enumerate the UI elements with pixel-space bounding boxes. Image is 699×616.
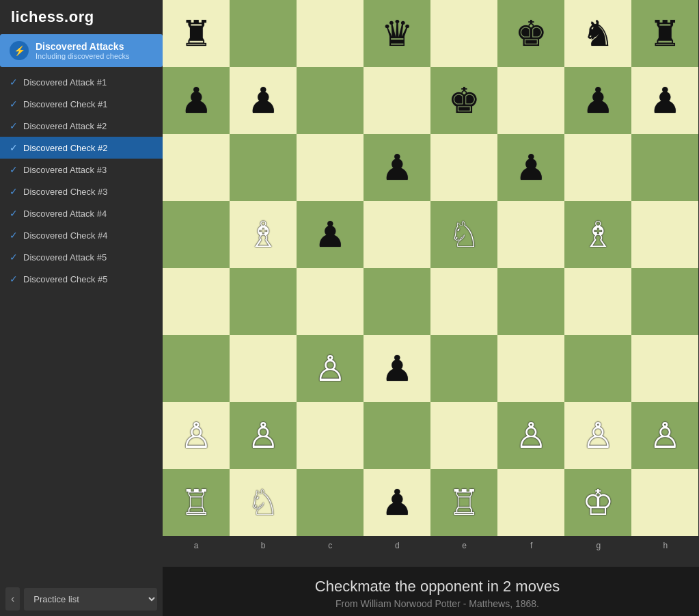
piece-bR-h8[interactable]: ♜ — [649, 16, 681, 51]
square-a5[interactable] — [163, 201, 230, 268]
piece-bP-d6[interactable]: ♟ — [381, 150, 413, 185]
square-b1[interactable]: ♘ — [230, 469, 297, 536]
square-b4[interactable] — [230, 268, 297, 335]
piece-wP-b2[interactable]: ♙ — [247, 418, 279, 453]
lesson-item-6[interactable]: ✓Discovered Check #3 — [0, 180, 163, 202]
square-g5[interactable]: ♗ — [564, 201, 631, 268]
square-f5[interactable] — [497, 201, 564, 268]
square-c4[interactable] — [297, 268, 364, 335]
back-button[interactable]: ‹ — [5, 587, 20, 611]
piece-bP-a7[interactable]: ♟ — [180, 83, 213, 118]
square-c8[interactable] — [297, 0, 364, 67]
square-d4[interactable] — [364, 268, 430, 335]
square-h7[interactable]: ♟ — [631, 67, 698, 134]
square-h6[interactable] — [631, 134, 698, 201]
square-g4[interactable] — [564, 268, 631, 335]
active-category[interactable]: ⚡ Discovered Attacks Including discovere… — [0, 34, 163, 67]
lesson-item-3[interactable]: ✓Discovered Attack #2 — [0, 115, 163, 137]
piece-bKx-f8[interactable]: ♚ — [515, 16, 547, 51]
practice-select[interactable]: Practice list All lessons — [24, 588, 157, 611]
square-e8[interactable] — [430, 0, 497, 67]
piece-bR-a8[interactable]: ♜ — [180, 16, 213, 51]
piece-wB-b5[interactable]: ♗ — [247, 217, 279, 252]
piece-bP-h7[interactable]: ♟ — [649, 83, 681, 118]
square-f6[interactable]: ♟ — [497, 134, 564, 201]
square-f8[interactable]: ♚ — [497, 0, 564, 67]
square-d2[interactable] — [364, 402, 430, 469]
lesson-item-10[interactable]: ✓Discovered Check #5 — [0, 268, 163, 290]
lesson-item-1[interactable]: ✓Discovered Attack #1 — [0, 71, 163, 93]
square-d1[interactable]: ♟ — [364, 469, 430, 536]
logo[interactable]: lichess.org — [0, 0, 163, 34]
square-d7[interactable] — [364, 67, 430, 134]
piece-wP-a2[interactable]: ♙ — [180, 418, 213, 453]
piece-bPx-d1[interactable]: ♟ — [381, 485, 413, 520]
square-c1[interactable] — [297, 469, 364, 536]
square-a7[interactable]: ♟ — [163, 67, 230, 134]
square-h5[interactable] — [631, 201, 698, 268]
piece-wP-f2[interactable]: ♙ — [515, 418, 547, 453]
lesson-item-5[interactable]: ✓Discovered Attack #3 — [0, 159, 163, 180]
piece-wP-c3[interactable]: ♙ — [314, 351, 346, 386]
square-f3[interactable] — [497, 335, 564, 402]
square-e2[interactable] — [430, 402, 497, 469]
piece-wP-g2[interactable]: ♙ — [582, 418, 614, 453]
square-e7[interactable]: ♚ — [430, 67, 497, 134]
lesson-item-2[interactable]: ✓Discovered Check #1 — [0, 93, 163, 115]
piece-wN-b1[interactable]: ♘ — [247, 485, 279, 520]
square-b5[interactable]: ♗ — [230, 201, 297, 268]
square-b7[interactable]: ♟ — [230, 67, 297, 134]
lesson-item-8[interactable]: ✓Discovered Check #4 — [0, 224, 163, 246]
square-d8[interactable]: ♛ — [364, 0, 430, 67]
lesson-item-9[interactable]: ✓Discovered Attack #5 — [0, 246, 163, 268]
square-f4[interactable] — [497, 268, 564, 335]
square-c6[interactable] — [297, 134, 364, 201]
piece-wK-g1[interactable]: ♔ — [582, 485, 614, 520]
square-g6[interactable] — [564, 134, 631, 201]
square-e1[interactable]: ♖ — [430, 469, 497, 536]
piece-bP-b7[interactable]: ♟ — [247, 83, 279, 118]
square-c3[interactable]: ♙ — [297, 335, 364, 402]
square-a3[interactable] — [163, 335, 230, 402]
piece-bN-g8[interactable]: ♞ — [582, 16, 614, 51]
square-a1[interactable]: ♖ — [163, 469, 230, 536]
square-f2[interactable]: ♙ — [497, 402, 564, 469]
square-a2[interactable]: ♙ — [163, 402, 230, 469]
square-h3[interactable] — [631, 335, 698, 402]
piece-wR-e1[interactable]: ♖ — [448, 485, 480, 520]
square-a4[interactable] — [163, 268, 230, 335]
square-b6[interactable] — [230, 134, 297, 201]
piece-wR-a1[interactable]: ♖ — [180, 485, 213, 520]
lesson-item-7[interactable]: ✓Discovered Attack #4 — [0, 202, 163, 224]
square-e5[interactable]: ♘ — [430, 201, 497, 268]
square-g3[interactable] — [564, 335, 631, 402]
square-g7[interactable]: ♟ — [564, 67, 631, 134]
square-e3[interactable] — [430, 335, 497, 402]
piece-bP-f6[interactable]: ♟ — [515, 150, 547, 185]
square-b3[interactable] — [230, 335, 297, 402]
square-f1[interactable] — [497, 469, 564, 536]
square-b8[interactable] — [230, 0, 297, 67]
square-e6[interactable] — [430, 134, 497, 201]
square-f7[interactable] — [497, 67, 564, 134]
square-h1[interactable] — [631, 469, 698, 536]
square-a8[interactable]: ♜ — [163, 0, 230, 67]
square-h4[interactable] — [631, 268, 698, 335]
square-c7[interactable] — [297, 67, 364, 134]
square-h8[interactable]: ♜ — [631, 0, 698, 67]
square-a6[interactable] — [163, 134, 230, 201]
square-d5[interactable] — [364, 201, 430, 268]
square-c2[interactable] — [297, 402, 364, 469]
square-e4[interactable] — [430, 268, 497, 335]
square-d3[interactable]: ♟ — [364, 335, 430, 402]
piece-bP-g7[interactable]: ♟ — [582, 83, 614, 118]
square-d6[interactable]: ♟ — [364, 134, 430, 201]
piece-bKg-e7[interactable]: ♚ — [448, 83, 480, 118]
lesson-item-4[interactable]: ✓Discovered Check #2 — [0, 137, 163, 159]
square-g2[interactable]: ♙ — [564, 402, 631, 469]
piece-wP-h2[interactable]: ♙ — [649, 418, 681, 453]
piece-bP-d3[interactable]: ♟ — [381, 351, 413, 386]
piece-wB-g5[interactable]: ♗ — [582, 217, 614, 252]
piece-bQ-d8[interactable]: ♛ — [381, 16, 413, 51]
square-c5[interactable]: ♟ — [297, 201, 364, 268]
